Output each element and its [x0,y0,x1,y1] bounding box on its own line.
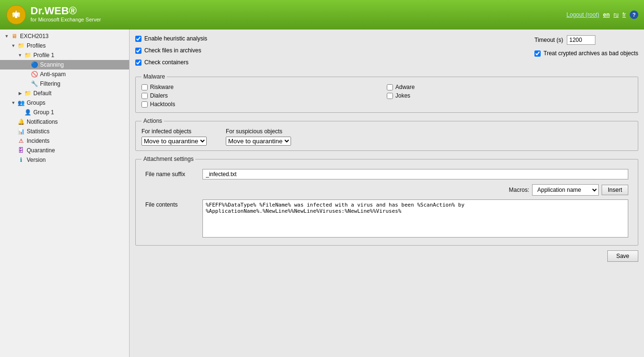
suspicious-action-select[interactable]: Move to quarantine Delete Skip [226,137,291,146]
riskware-option[interactable]: Riskware [141,84,387,90]
main-layout: ▼ 🖥 EXCH2013 ▼ 📁 Profiles ▼ 📁 Profile 1 … [0,30,644,357]
sidebar-item-profile1[interactable]: ▼ 📁 Profile 1 [0,50,129,60]
dialers-checkbox[interactable] [141,93,148,99]
profiles-icon: 📁 [17,42,25,50]
server-icon: 🖥 [10,32,18,40]
sidebar-antispam-label: Anti-spam [40,71,66,78]
incidents-icon: ⚠ [17,137,25,145]
sidebar-filtering-label: Filtering [40,80,60,87]
timeout-input[interactable] [567,35,595,45]
treat-crypted-option[interactable]: Treat crypted archives as bad objects [534,50,638,57]
sidebar-item-groups[interactable]: ▼ 👥 Groups [0,98,129,108]
version-icon: ℹ [17,156,25,164]
lang-ru[interactable]: ru [614,11,619,18]
insert-button[interactable]: Insert [602,185,628,195]
macros-row: Macros: Application name Data Type File … [145,184,628,196]
sidebar-item-incidents[interactable]: ⚠ Incidents [0,136,129,146]
right-checks: Timeout (s) Treat crypted archives as ba… [534,35,638,60]
arrow-icon [24,62,30,68]
check-archives-checkbox[interactable] [135,48,141,54]
adware-option[interactable]: Adware [387,84,632,90]
jokes-label: Jokes [395,92,410,99]
sidebar-item-group1[interactable]: 👤 Group 1 [0,108,129,117]
sidebar-group1-label: Group 1 [33,109,54,116]
sidebar-item-filtering[interactable]: 🔧 Filtering [0,79,129,89]
file-name-suffix-input[interactable] [202,169,628,179]
malware-fieldset: Malware Riskware Adware Dialers Jokes [135,73,638,113]
sidebar-item-quarantine[interactable]: 🗄 Quarantine [0,146,129,155]
sidebar-notifications-label: Notifications [27,119,58,125]
sidebar-version-label: Version [27,157,46,163]
macros-label: Macros: [509,187,529,193]
attachment-legend: Attachment settings [141,156,195,162]
arrow-icon [24,81,30,87]
hacktools-checkbox[interactable] [141,101,148,108]
sidebar-item-exch2013[interactable]: ▼ 🖥 EXCH2013 [0,31,129,41]
arrow-icon [17,109,23,115]
left-checks: Enable heuristic analysis Check files in… [135,35,207,69]
arrow-icon [10,129,16,134]
malware-legend: Malware [141,73,167,80]
drweb-logo-icon: 🕷 [6,4,27,25]
actions-fieldset: Actions For infected objects Move to qua… [135,118,638,151]
riskware-checkbox[interactable] [141,84,148,90]
actions-legend: Actions [141,118,164,124]
logo-title: Dr.WEB® [30,6,101,16]
sidebar-item-notifications[interactable]: 🔔 Notifications [0,117,129,127]
hacktools-option[interactable]: Hacktools [141,101,387,108]
infected-action-select[interactable]: Move to quarantine Delete Disinfect Skip [141,137,207,146]
svg-text:🕷: 🕷 [12,10,20,19]
for-infected-label: For infected objects [141,128,207,135]
sidebar-profile1-label: Profile 1 [33,52,54,59]
jokes-option[interactable]: Jokes [387,92,632,99]
file-contents-textarea[interactable]: %FEFF%%DataType% %FileName% was infected… [202,199,628,238]
top-options-row: Enable heuristic analysis Check files in… [135,35,638,69]
check-archives-option[interactable]: Check files in archives [135,47,207,54]
arrow-icon: ▼ [4,33,10,39]
timeout-row: Timeout (s) [534,35,595,45]
macros-select[interactable]: Application name Data Type File Name Sca… [532,184,599,196]
treat-crypted-checkbox[interactable] [534,50,541,57]
check-containers-option[interactable]: Check containers [135,59,207,66]
file-contents-row: File contents %FEFF%%DataType% %FileName… [145,199,628,238]
dialers-option[interactable]: Dialers [141,92,387,99]
notifications-icon: 🔔 [17,118,25,126]
help-icon[interactable]: ? [630,10,638,19]
lang-fr[interactable]: fr [623,11,626,18]
infected-action-group: For infected objects Move to quarantine … [141,128,207,146]
attachment-inner: File name suffix Macros: Application nam… [141,166,632,240]
sidebar-item-scanning[interactable]: 🔵 Scanning [0,60,129,69]
sidebar-item-version[interactable]: ℹ Version [0,155,129,165]
check-containers-label: Check containers [144,59,189,66]
sidebar-statistics-label: Statistics [27,128,50,135]
enable-heuristic-label: Enable heuristic analysis [144,35,207,42]
sidebar-exch2013-label: EXCH2013 [20,33,49,40]
logout-link[interactable]: Logout (root) [566,11,599,18]
lang-en[interactable]: en [603,11,610,18]
check-containers-checkbox[interactable] [135,60,141,66]
adware-label: Adware [395,84,415,90]
adware-checkbox[interactable] [387,84,393,90]
jokes-checkbox[interactable] [387,93,393,99]
sidebar-incidents-label: Incidents [27,138,50,144]
groups-icon: 👥 [17,99,25,107]
save-button[interactable]: Save [607,250,638,262]
sidebar-item-antispam[interactable]: 🚫 Anti-spam [0,69,129,79]
content-area: Enable heuristic analysis Check files in… [130,30,644,357]
filtering-icon: 🔧 [30,80,38,88]
file-name-suffix-label: File name suffix [145,171,198,178]
logo-subtitle: for Microsoft Exchange Server [30,16,101,23]
header: 🕷 Dr.WEB® for Microsoft Exchange Server … [0,0,644,30]
sidebar-item-profiles[interactable]: ▼ 📁 Profiles [0,41,129,50]
enable-heuristic-option[interactable]: Enable heuristic analysis [135,35,207,42]
arrow-icon [24,71,30,77]
save-row: Save [135,250,638,262]
file-name-suffix-row: File name suffix [145,169,628,179]
treat-crypted-label: Treat crypted archives as bad objects [543,50,638,57]
timeout-label: Timeout (s) [534,37,563,43]
logo-text: Dr.WEB® for Microsoft Exchange Server [30,6,101,23]
profile1-icon: 📁 [24,51,31,59]
enable-heuristic-checkbox[interactable] [135,36,141,42]
sidebar-item-default[interactable]: ▶ 📁 Default [0,89,129,98]
sidebar-item-statistics[interactable]: 📊 Statistics [0,127,129,136]
